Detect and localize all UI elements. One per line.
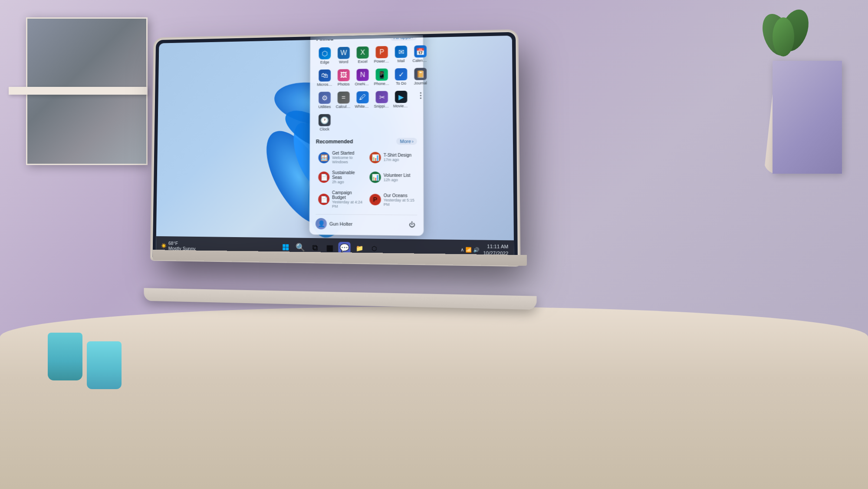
all-apps-button[interactable]: All apps ›: [390, 36, 417, 41]
app-label: Phone Link: [374, 81, 390, 86]
app-label: To Do: [396, 81, 406, 86]
rec-name: Our Oceans: [384, 193, 414, 198]
rec-icon: 📊: [369, 172, 381, 183]
recommended-label: Recommended: [316, 139, 353, 145]
svg-rect-10: [283, 244, 285, 247]
start-menu-footer: 👤 Gun Holter ⏻: [316, 214, 418, 230]
app-icon: 🖊: [356, 91, 368, 103]
rec-item-volunteer-list[interactable]: 📊 Volunteer List 12h ago: [367, 168, 417, 187]
pinned-app-mail[interactable]: ✉ Mail: [392, 44, 410, 65]
app-label: Movies & TV: [393, 104, 409, 108]
windows-desktop[interactable]: 🔍 Pinned All apps › ⬡: [156, 36, 514, 260]
pinned-more-dots[interactable]: [411, 89, 429, 110]
pinned-app-calculator[interactable]: = Calculator: [335, 90, 352, 111]
pinned-app-to-do[interactable]: ✓ To Do: [392, 66, 410, 88]
rec-icon: P: [369, 194, 381, 205]
app-label: Photos: [338, 82, 350, 86]
cup-front: [87, 341, 122, 389]
rec-text: Get Started Welcome to Windows: [332, 151, 362, 164]
laptop-base: [144, 288, 537, 310]
laptop: 🔍 Pinned All apps › ⬡: [152, 32, 527, 310]
app-icon: 🕐: [319, 114, 331, 126]
app-label: Calculator: [336, 104, 352, 109]
rec-item-our-oceans[interactable]: P Our Oceans Yesterday at 5:15 PM: [367, 188, 417, 211]
pinned-app-phone-link[interactable]: 📱 Phone Link: [373, 67, 391, 88]
rec-text: T-Shirt Design 17m ago: [384, 153, 411, 162]
shelf: [9, 87, 148, 95]
app-icon: 📅: [414, 45, 427, 58]
pinned-app-powerpoint[interactable]: P PowerPoint: [373, 44, 391, 65]
app-label: Snipping Tool: [374, 104, 390, 108]
pinned-app-snipping-tool[interactable]: ✂ Snipping Tool: [373, 89, 391, 110]
svg-rect-13: [286, 248, 289, 251]
purple-decorative-box: [773, 61, 842, 174]
app-icon: W: [338, 47, 350, 59]
rec-name: Get Started: [332, 151, 362, 155]
pinned-app-microsoft-store[interactable]: 🛍 Microsoft Store: [316, 68, 333, 89]
app-label: Calendar: [412, 58, 428, 63]
weather-icon: ☀️: [161, 243, 167, 248]
app-label: Mail: [398, 59, 405, 63]
pinned-app-movies-&-tv[interactable]: ▶ Movies & TV: [392, 89, 410, 110]
system-tray-icons: ∧ 📶 🔊: [460, 247, 480, 253]
app-icon: ⬡: [319, 47, 331, 59]
app-icon: 🛍: [319, 69, 331, 82]
app-label: PowerPoint: [374, 59, 390, 64]
pinned-app-word[interactable]: W Word: [335, 45, 352, 66]
pinned-app-whiteboard[interactable]: 🖊 Whiteboard: [354, 89, 371, 110]
pinned-app-journal[interactable]: 📔 Journal: [411, 66, 429, 87]
pinned-app-onenote[interactable]: N OneNote: [354, 67, 372, 88]
app-icon: P: [376, 46, 388, 58]
pinned-section-header: Pinned All apps ›: [316, 36, 417, 43]
rec-icon: 📄: [318, 194, 329, 205]
rec-time: 17m ago: [384, 158, 411, 162]
rec-time: Yesterday at 5:15 PM: [384, 198, 414, 207]
svg-rect-11: [286, 244, 289, 247]
rec-item-get-started[interactable]: 🪟 Get Started Welcome to Windows: [316, 149, 365, 166]
app-icon: N: [357, 69, 369, 81]
rec-name: Volunteer List: [384, 173, 411, 178]
rec-name: T-Shirt Design: [384, 153, 411, 158]
rec-name: Campaign Budget: [332, 190, 362, 200]
app-label: Whiteboard: [355, 104, 370, 109]
start-menu: 🔍 Pinned All apps › ⬡: [309, 36, 424, 236]
app-icon: ✂: [376, 91, 388, 103]
pinned-apps-grid: ⬡ Edge W Word X Excel P PowerPoint ✉ Mai…: [316, 44, 417, 133]
desk-surface: [0, 307, 868, 489]
app-icon: =: [338, 92, 350, 104]
app-label: Microsoft Store: [317, 82, 332, 86]
power-button[interactable]: ⏻: [407, 219, 418, 230]
clock-time: 11:11 AM: [483, 243, 508, 250]
pinned-app-excel[interactable]: X Excel: [354, 45, 372, 66]
laptop-bezel: 🔍 Pinned All apps › ⬡: [156, 36, 514, 260]
app-icon: ▶: [395, 91, 407, 103]
pinned-app-calendar[interactable]: 📅 Calendar: [411, 43, 429, 65]
pinned-app-utilities[interactable]: ⚙ Utilities: [316, 90, 333, 111]
app-icon: 📱: [376, 69, 388, 81]
rec-item-t-shirt-design[interactable]: 📊 T-Shirt Design 17m ago: [367, 148, 417, 166]
recommended-section-header: Recommended More ›: [316, 138, 417, 145]
app-label: OneNote: [355, 82, 371, 86]
rec-text: Campaign Budget Yesterday at 4:24 PM: [332, 190, 362, 209]
rec-text: Volunteer List 12h ago: [384, 173, 411, 182]
pinned-app-clock[interactable]: 🕐 Clock: [316, 112, 333, 133]
app-label: Edge: [320, 60, 329, 64]
pinned-label: Pinned: [316, 36, 333, 42]
user-info[interactable]: 👤 Gun Holter: [316, 218, 352, 230]
user-name: Gun Holter: [329, 221, 352, 227]
weather-temp: 68°F: [168, 241, 196, 246]
rec-item-sustainable-seas[interactable]: 📄 Sustainable Seas 2h ago: [316, 168, 365, 186]
rec-item-campaign-budget[interactable]: 📄 Campaign Budget Yesterday at 4:24 PM: [316, 188, 365, 211]
app-icon: ✉: [395, 46, 407, 58]
app-icon: 🖼: [338, 69, 350, 81]
cup-back: [48, 333, 82, 380]
more-button[interactable]: More ›: [396, 138, 417, 145]
rec-time: Welcome to Windows: [332, 155, 362, 164]
pinned-app-photos[interactable]: 🖼 Photos: [335, 67, 352, 88]
pinned-app-edge[interactable]: ⬡ Edge: [316, 46, 334, 66]
rec-time: 12h ago: [384, 178, 411, 182]
user-avatar: 👤: [316, 218, 327, 229]
rec-icon: 📄: [318, 172, 329, 183]
recommended-grid: 🪟 Get Started Welcome to Windows 📊 T-Shi…: [316, 148, 417, 211]
app-label: Journal: [414, 81, 427, 85]
